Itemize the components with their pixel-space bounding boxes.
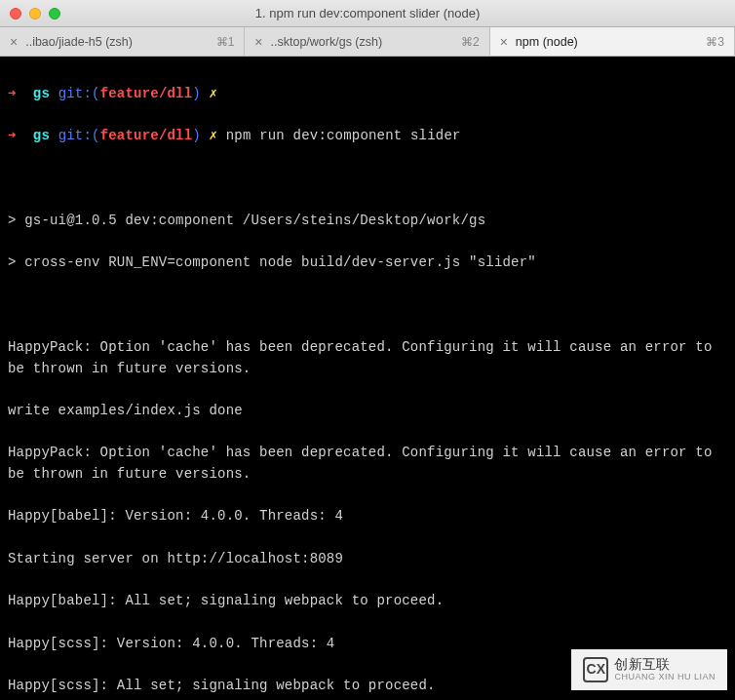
tab-shortcut: ⌘3 bbox=[706, 35, 724, 49]
output-line: HappyPack: Option 'cache' has been depre… bbox=[8, 337, 727, 379]
tab-bar: × ..ibao/jiade-h5 (zsh) ⌘1 × ..sktop/wor… bbox=[0, 27, 735, 57]
prompt-line-1: ➜ gs git:(feature/dll) ✗ bbox=[8, 84, 727, 105]
titlebar: 1. npm run dev:component slider (node) bbox=[0, 0, 735, 27]
blank bbox=[8, 168, 727, 189]
git-suffix: ) bbox=[192, 128, 201, 143]
git-suffix: ) bbox=[192, 86, 201, 101]
watermark-sub: CHUANG XIN HU LIAN bbox=[614, 673, 716, 682]
tab-shortcut: ⌘2 bbox=[461, 35, 480, 49]
git-prefix: git:( bbox=[58, 86, 100, 101]
watermark: CX 创新互联 CHUANG XIN HU LIAN bbox=[571, 649, 727, 690]
window-title: 1. npm run dev:component slider (node) bbox=[0, 6, 735, 20]
tab-shortcut: ⌘1 bbox=[216, 35, 235, 49]
git-branch: feature/dll bbox=[100, 86, 193, 101]
prompt-arrow-icon: ➜ bbox=[8, 86, 17, 101]
output-line: > gs-ui@1.0.5 dev:component /Users/stein… bbox=[8, 211, 727, 232]
watermark-logo-icon: CX bbox=[583, 657, 608, 682]
close-icon[interactable]: × bbox=[10, 35, 18, 49]
output-line: write examples/index.js done bbox=[8, 401, 727, 422]
close-window-button[interactable] bbox=[10, 8, 21, 19]
git-prefix: git:( bbox=[58, 128, 100, 143]
prompt-line-2: ➜ gs git:(feature/dll) ✗ npm run dev:com… bbox=[8, 126, 727, 147]
output-line: Starting server on http://localhost:8089 bbox=[8, 549, 727, 570]
prompt-arrow-icon: ➜ bbox=[8, 128, 17, 143]
dirty-icon: ✗ bbox=[210, 86, 218, 101]
traffic-lights bbox=[0, 8, 60, 19]
command-text: npm run dev:component slider bbox=[226, 128, 461, 143]
watermark-text-wrap: 创新互联 CHUANG XIN HU LIAN bbox=[614, 657, 716, 681]
minimize-window-button[interactable] bbox=[29, 8, 41, 19]
output-line: > cross-env RUN_ENV=component node build… bbox=[8, 253, 727, 274]
tab-label: npm (node) bbox=[516, 35, 698, 49]
close-icon[interactable]: × bbox=[254, 35, 262, 49]
terminal-body[interactable]: ➜ gs git:(feature/dll) ✗ ➜ gs git:(featu… bbox=[0, 57, 735, 700]
git-branch: feature/dll bbox=[100, 128, 193, 143]
tab-3[interactable]: × npm (node) ⌘3 bbox=[490, 27, 735, 56]
output-line: HappyPack: Option 'cache' has been depre… bbox=[8, 443, 727, 485]
prompt-dir: gs bbox=[33, 128, 50, 143]
watermark-text: 创新互联 bbox=[614, 657, 716, 672]
tab-1[interactable]: × ..ibao/jiade-h5 (zsh) ⌘1 bbox=[0, 27, 245, 56]
tab-2[interactable]: × ..sktop/work/gs (zsh) ⌘2 bbox=[245, 27, 489, 56]
output-line: Happy[babel]: Version: 4.0.0. Threads: 4 bbox=[8, 506, 727, 527]
tab-label: ..ibao/jiade-h5 (zsh) bbox=[25, 35, 208, 49]
tab-label: ..sktop/work/gs (zsh) bbox=[271, 35, 453, 49]
output-line: Happy[babel]: All set; signaling webpack… bbox=[8, 591, 727, 612]
dirty-icon: ✗ bbox=[210, 128, 218, 143]
prompt-dir: gs bbox=[33, 86, 50, 101]
close-icon[interactable]: × bbox=[500, 35, 508, 49]
blank bbox=[8, 295, 727, 317]
zoom-window-button[interactable] bbox=[49, 8, 60, 19]
